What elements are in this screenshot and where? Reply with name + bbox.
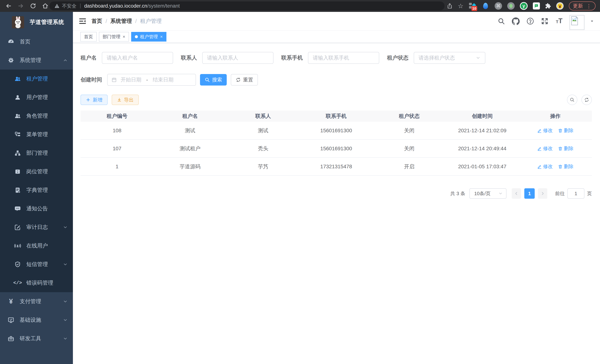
create-time-range-input[interactable]: 开始日期 - 结束日期 — [107, 74, 196, 86]
tenant-table: 租户编号 租户名 联系人 联系手机 租户状态 创建时间 操作 108 测试 测试… — [81, 111, 592, 176]
home-icon[interactable] — [42, 3, 49, 9]
sidebar-item-audit-log[interactable]: 审计日志 — [0, 218, 73, 237]
browser-actions: ☆ 10 ⌘ y 更新 ⋮ — [447, 1, 597, 10]
page-unit-label: 页 — [587, 190, 592, 197]
chat-extension-icon[interactable] — [533, 2, 540, 9]
tab-tenant[interactable]: 租户管理 × — [131, 32, 166, 42]
edit-tenant-link[interactable]: 修改 — [537, 127, 553, 134]
breadcrumb-system[interactable]: 系统管理 — [110, 18, 132, 25]
url-text[interactable]: dashboard.yudao.iocoder.cn/system/tenant — [84, 3, 180, 9]
breadcrumb-home[interactable]: 首页 — [92, 18, 102, 25]
avatar-caret-icon[interactable] — [590, 19, 594, 24]
back-icon[interactable] — [5, 3, 12, 9]
sidebar-item-post[interactable]: 岗位管理 — [0, 162, 73, 181]
sidebar-item-home[interactable]: 首页 — [0, 32, 73, 51]
delete-tenant-link[interactable]: 删除 — [558, 127, 573, 134]
calendar-icon — [111, 77, 117, 83]
delete-tenant-link[interactable]: 删除 — [558, 163, 573, 170]
tab-dept[interactable]: 部门管理 × — [99, 32, 129, 42]
sidebar-item-system[interactable]: 系统管理 — [0, 51, 73, 70]
security-label[interactable]: 不安全 — [62, 3, 76, 9]
command-extension-icon[interactable]: ⌘ — [495, 2, 502, 10]
github-icon[interactable] — [512, 17, 520, 25]
prev-page-button[interactable] — [512, 188, 521, 199]
online-users-icon — [14, 242, 21, 249]
profile-avatar-icon[interactable] — [556, 2, 564, 10]
goto-label: 前往 — [555, 190, 565, 197]
reset-button[interactable]: 重置 — [231, 74, 258, 85]
page-size-select[interactable]: 10条/页 — [469, 188, 506, 199]
puzzle-extensions-icon[interactable] — [545, 3, 551, 9]
sidebar-item-error-code[interactable]: </> 错误码管理 — [0, 274, 73, 292]
dot-extension-icon[interactable] — [507, 2, 515, 10]
tab-home[interactable]: 首页 — [80, 32, 97, 42]
sidebar-item-notice[interactable]: 通知公告 — [0, 199, 73, 218]
extension-count-badge: 10 — [471, 6, 477, 11]
refresh-table-icon[interactable] — [581, 95, 592, 105]
forward-icon[interactable] — [18, 3, 24, 9]
reload-icon[interactable] — [30, 3, 36, 9]
edit-tenant-link[interactable]: 修改 — [537, 163, 553, 170]
code-icon: </> — [14, 280, 21, 286]
filter-form-row-1: 租户名 联系人 联系手机 租户状态 请选择租户状态 — [81, 52, 592, 64]
goto-page-input[interactable] — [567, 188, 584, 199]
sidebar-item-user[interactable]: 用户管理 — [0, 88, 73, 107]
close-icon[interactable]: × — [160, 35, 163, 39]
table-toolbar: 新增 导出 — [81, 95, 592, 105]
close-icon[interactable]: × — [123, 35, 125, 39]
extension-badge-icon[interactable]: 10 — [469, 2, 477, 10]
browser-toolbar: 不安全 dashboard.yudao.iocoder.cn/system/te… — [0, 0, 600, 12]
app-title: 芋道管理系统 — [30, 18, 64, 26]
filter-form-row-2: 创建时间 开始日期 - 结束日期 搜索 重置 — [81, 74, 592, 86]
mobile-input[interactable] — [308, 52, 379, 64]
user-avatar[interactable] — [570, 15, 584, 30]
contact-input[interactable] — [202, 52, 273, 64]
sidebar-toggle-icon[interactable] — [78, 17, 87, 25]
tenant-name-label: 租户名 — [81, 54, 97, 62]
help-icon[interactable] — [526, 17, 534, 25]
address-bar[interactable]: 不安全 dashboard.yudao.iocoder.cn/system/te… — [49, 1, 445, 10]
table-body: 108 测试 测试 15601691300 关闭 2021-12-14 21:0… — [81, 122, 592, 176]
sidebar-item-sms[interactable]: 短信管理 — [0, 255, 73, 274]
org-icon — [14, 149, 21, 157]
balloon-extension-icon[interactable] — [482, 2, 489, 10]
breadcrumb-tenant: 租户管理 — [140, 18, 162, 25]
status-select[interactable]: 请选择租户状态 — [414, 52, 485, 64]
font-size-icon[interactable]: TT — [555, 17, 563, 25]
app-window: 芋道管理系统 首页 系统管理 — [0, 12, 600, 364]
chevron-down-icon — [476, 56, 480, 60]
next-page-button[interactable] — [538, 188, 547, 199]
sidebar-item-menu[interactable]: 菜单管理 — [0, 125, 73, 144]
chrome-update-button[interactable]: 更新 ⋮ — [569, 1, 596, 10]
breadcrumb: 首页 / 系统管理 / 租户管理 — [92, 18, 162, 25]
fullscreen-icon[interactable] — [541, 17, 549, 25]
sidebar-item-role[interactable]: 角色管理 — [0, 107, 73, 125]
table-settings — [567, 95, 592, 105]
sidebar-item-dev-tools[interactable]: 研发工具 — [0, 329, 73, 348]
sidebar-logo[interactable]: 芋道管理系统 — [0, 12, 73, 32]
end-date-placeholder[interactable]: 结束日期 — [153, 76, 173, 83]
sidebar-item-dict[interactable]: 字典管理 — [0, 181, 73, 199]
sidebar-item-dept[interactable]: 部门管理 — [0, 144, 73, 162]
share-icon[interactable] — [447, 3, 453, 9]
yudao-extension-icon[interactable]: y — [520, 2, 528, 10]
show-search-icon[interactable] — [567, 95, 577, 105]
start-date-placeholder[interactable]: 开始日期 — [121, 76, 141, 83]
delete-tenant-link[interactable]: 删除 — [558, 145, 573, 152]
edit-tenant-link[interactable]: 修改 — [537, 145, 553, 152]
navbar-actions: TT — [497, 12, 594, 30]
sidebar-item-infra[interactable]: 基础设施 — [0, 311, 73, 329]
bookmark-star-icon[interactable]: ☆ — [458, 3, 463, 9]
not-secure-warning-icon[interactable] — [54, 3, 60, 9]
sidebar-item-pay[interactable]: ¥ 支付管理 — [0, 292, 73, 311]
page-number-current[interactable]: 1 — [524, 188, 535, 199]
tenant-name-input[interactable] — [102, 52, 173, 64]
search-icon[interactable] — [497, 17, 505, 25]
sidebar-item-online-users[interactable]: 在线用户 — [0, 237, 73, 255]
browser-menu-icon[interactable]: ⋮ — [586, 3, 591, 9]
sidebar-item-tenant[interactable]: 租户管理 — [0, 70, 73, 88]
export-button[interactable]: 导出 — [112, 95, 139, 105]
sidebar-menu: 首页 系统管理 租户管理 — [0, 32, 73, 348]
search-button[interactable]: 搜索 — [200, 74, 227, 85]
add-tenant-button[interactable]: 新增 — [81, 95, 108, 105]
